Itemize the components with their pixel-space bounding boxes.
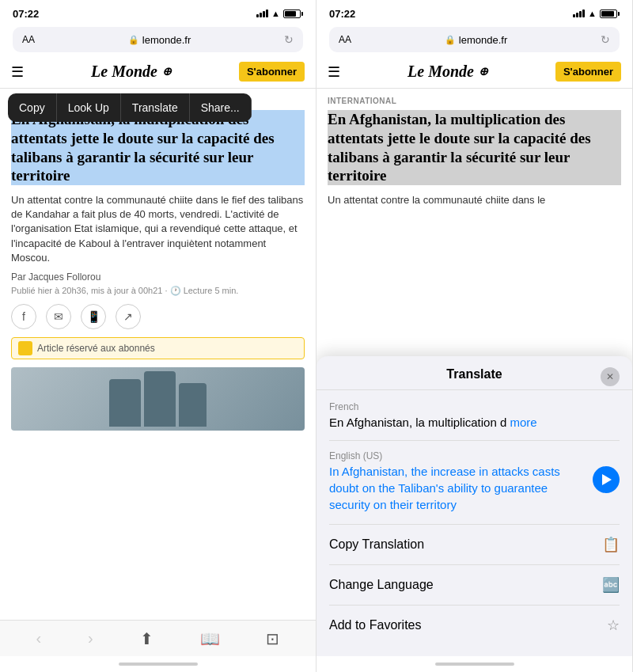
logo-left: Le Monde ⊕ — [91, 63, 172, 81]
translate-header: Translate ✕ — [316, 367, 632, 390]
whatsapp-icon[interactable]: 📱 — [81, 304, 106, 329]
article-image-left — [11, 367, 305, 431]
change-language-label: Change Language — [329, 578, 434, 592]
home-bar-right — [435, 663, 514, 666]
change-language-action[interactable]: Change Language 🔤 — [329, 565, 620, 606]
menu-icon-right[interactable]: ☰ — [328, 63, 340, 81]
facebook-icon[interactable]: f — [11, 304, 36, 329]
address-bar-container-right: AA 🔒 lemonde.fr ↻ — [316, 24, 632, 55]
translate-panel: Translate ✕ French En Afghanistan, la mu… — [316, 356, 632, 656]
play-triangle-icon — [602, 474, 612, 485]
left-phone-panel: 07:22 ▲ AA 🔒 lemonde.fr — [0, 0, 316, 672]
subscribe-btn-right[interactable]: S'abonner — [555, 62, 621, 82]
translate-result: English (US) In Afghanistan, the increas… — [329, 450, 620, 513]
battery-icon-right — [600, 9, 620, 18]
lock-icon: 🔒 — [128, 35, 139, 45]
logo-icon-right: ⊕ — [479, 65, 488, 78]
status-icons-left: ▲ — [256, 9, 303, 18]
subscriber-badge-text: Article réservé aux abonnés — [37, 343, 155, 354]
newspaper-header-left: ☰ Le Monde ⊕ S'abonner — [0, 55, 316, 89]
subscribe-btn-left[interactable]: S'abonner — [239, 62, 305, 82]
share-btn-left[interactable]: ⬆ — [140, 629, 154, 648]
source-text-content: En Afghanistan, la multiplication d — [329, 416, 506, 429]
context-menu: Copy Look Up Translate Share... — [8, 93, 252, 122]
home-indicator-right — [316, 656, 632, 672]
menu-icon-left[interactable]: ☰ — [11, 63, 24, 81]
signal-icon — [256, 9, 268, 17]
source-more-link[interactable]: more — [510, 416, 536, 429]
bookmarks-btn-left[interactable]: 📖 — [200, 629, 220, 648]
translate-title: Translate — [446, 367, 502, 382]
add-favorites-label: Add to Favorites — [329, 618, 422, 632]
add-favorites-action[interactable]: Add to Favorites ☆ — [329, 606, 620, 645]
address-bar-left[interactable]: AA 🔒 lemonde.fr ↻ — [13, 27, 303, 52]
translate-content: French En Afghanistan, la multiplication… — [316, 390, 632, 656]
source-lang-label: French — [329, 401, 620, 412]
newspaper-header-right: ☰ Le Monde ⊕ S'abonner — [316, 55, 632, 89]
article-author-left: Par Jacques Follorou — [11, 271, 305, 283]
reload-icon-right[interactable]: ↻ — [601, 33, 610, 46]
result-lang-label: English (US) — [329, 450, 620, 461]
status-icons-right: ▲ — [573, 9, 620, 18]
content-area-left: ☰ Le Monde ⊕ S'abonner Copy Look Up Tran… — [0, 55, 316, 620]
reload-icon-left[interactable]: ↻ — [284, 33, 294, 46]
aa-label-right[interactable]: AA — [339, 34, 351, 45]
email-icon[interactable]: ✉ — [46, 304, 71, 329]
home-bar-left — [119, 663, 198, 666]
image-figures — [11, 367, 305, 431]
logo-text-right: Le Monde — [407, 63, 474, 81]
address-bar-right[interactable]: AA 🔒 lemonde.fr ↻ — [329, 27, 620, 52]
subscriber-badge-icon — [18, 341, 32, 355]
back-btn-left[interactable]: ‹ — [36, 629, 41, 647]
article-desc-left: Un attentat contre la communauté chiite … — [11, 193, 305, 265]
url-text-left: lemonde.fr — [142, 34, 191, 46]
content-area-right: ☰ Le Monde ⊕ S'abonner INTERNATIONAL En … — [316, 55, 632, 656]
wifi-icon: ▲ — [271, 9, 280, 18]
copy-translation-label: Copy Translation — [329, 537, 424, 552]
wifi-icon-right: ▲ — [588, 9, 597, 18]
time-left: 07:22 — [13, 8, 39, 20]
article-content-right: INTERNATIONAL En Afghanistan, la multipl… — [316, 89, 632, 222]
url-display-left: 🔒 lemonde.fr — [41, 34, 278, 46]
share-icon[interactable]: ↗ — [116, 304, 141, 329]
context-share[interactable]: Share... — [190, 93, 252, 122]
logo-right: Le Monde ⊕ — [407, 63, 488, 81]
lock-icon-right: 🔒 — [445, 35, 456, 45]
source-text: En Afghanistan, la multiplication d more — [329, 414, 620, 431]
right-phone-panel: 07:22 ▲ AA 🔒 lemonde.fr — [316, 0, 633, 672]
context-copy[interactable]: Copy — [8, 93, 57, 122]
logo-text-left: Le Monde — [91, 63, 157, 81]
add-favorites-icon: ☆ — [607, 617, 620, 634]
result-row: In Afghanistan, the increase in attacks … — [329, 463, 620, 513]
translate-close-btn[interactable]: ✕ — [601, 367, 620, 386]
context-lookup[interactable]: Look Up — [57, 93, 121, 122]
copy-translation-action[interactable]: Copy Translation 📋 — [329, 525, 620, 565]
home-indicator-left — [0, 656, 316, 672]
article-content-left: INTERNATIONAL En Afghanistan, la multipl… — [0, 89, 316, 439]
translate-source: French En Afghanistan, la multiplication… — [329, 401, 620, 431]
signal-icon-right — [573, 9, 585, 17]
subscriber-badge-left: Article réservé aux abonnés — [11, 337, 305, 359]
result-text: In Afghanistan, the increase in attacks … — [329, 463, 585, 513]
forward-btn-left[interactable]: › — [88, 629, 93, 647]
play-btn[interactable] — [593, 466, 620, 493]
article-meta-left: Publié hier à 20h36, mis à jour à 00h21 … — [11, 286, 305, 296]
tabs-btn-left[interactable]: ⊡ — [266, 629, 279, 648]
change-language-icon: 🔤 — [602, 576, 620, 594]
article-meta-text-left: Publié hier à 20h36, mis à jour à 00h21 … — [11, 286, 238, 296]
logo-icon-left: ⊕ — [162, 65, 172, 78]
status-bar-right: 07:22 ▲ — [316, 0, 632, 24]
status-bar-left: 07:22 ▲ — [0, 0, 316, 24]
article-title-right: En Afghanistan, la multiplication des at… — [328, 110, 621, 185]
aa-label-left[interactable]: AA — [22, 34, 35, 45]
copy-translation-icon: 📋 — [602, 536, 620, 553]
url-display-right: 🔒 lemonde.fr — [358, 34, 594, 46]
context-translate[interactable]: Translate — [121, 93, 190, 122]
address-bar-container-left: AA 🔒 lemonde.fr ↻ — [0, 24, 316, 55]
battery-icon — [283, 9, 303, 18]
browser-toolbar-left: ‹ › ⬆ 📖 ⊡ — [0, 620, 316, 656]
time-right: 07:22 — [329, 8, 355, 20]
article-category-right: INTERNATIONAL — [328, 97, 621, 105]
divider-1 — [329, 440, 620, 441]
url-text-right: lemonde.fr — [459, 34, 507, 46]
